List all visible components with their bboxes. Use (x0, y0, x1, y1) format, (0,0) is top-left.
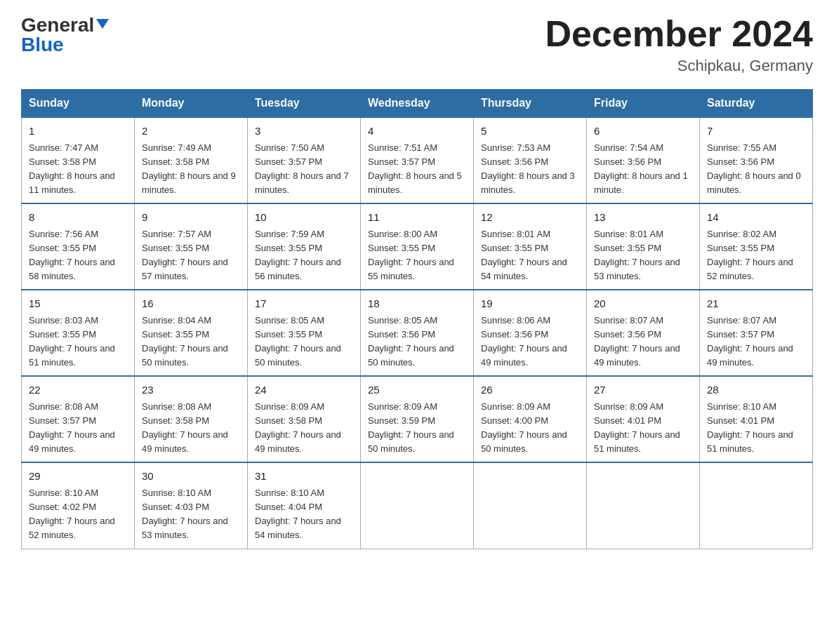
day-number: 22 (29, 382, 127, 398)
weekday-header-monday: Monday (135, 90, 248, 118)
day-info: Sunrise: 8:09 AMSunset: 3:58 PMDaylight:… (255, 400, 353, 457)
calendar-cell: 14Sunrise: 8:02 AMSunset: 3:55 PMDayligh… (700, 203, 813, 290)
day-number: 14 (707, 210, 805, 226)
calendar-cell: 5Sunrise: 7:53 AMSunset: 3:56 PMDaylight… (474, 117, 587, 203)
calendar-table: SundayMondayTuesdayWednesdayThursdayFrid… (21, 89, 813, 549)
day-number: 6 (594, 123, 692, 140)
weekday-header-tuesday: Tuesday (248, 90, 361, 118)
calendar-cell: 15Sunrise: 8:03 AMSunset: 3:55 PMDayligh… (22, 290, 135, 376)
day-number: 8 (29, 210, 127, 226)
day-number: 21 (707, 296, 805, 312)
calendar-cell: 4Sunrise: 7:51 AMSunset: 3:57 PMDaylight… (361, 117, 474, 203)
day-number: 27 (594, 382, 692, 398)
calendar-cell (587, 462, 700, 549)
calendar-cell: 17Sunrise: 8:05 AMSunset: 3:55 PMDayligh… (248, 290, 361, 376)
day-info: Sunrise: 8:05 AMSunset: 3:55 PMDaylight:… (255, 314, 353, 370)
calendar-cell: 30Sunrise: 8:10 AMSunset: 4:03 PMDayligh… (135, 462, 248, 549)
calendar-cell: 19Sunrise: 8:06 AMSunset: 3:56 PMDayligh… (474, 290, 587, 376)
location: Schipkau, Germany (545, 57, 813, 75)
day-number: 30 (142, 469, 240, 485)
day-info: Sunrise: 8:10 AMSunset: 4:01 PMDaylight:… (707, 400, 805, 457)
day-number: 16 (142, 296, 240, 312)
day-number: 3 (255, 123, 353, 140)
day-number: 15 (29, 296, 127, 312)
calendar-cell: 27Sunrise: 8:09 AMSunset: 4:01 PMDayligh… (587, 376, 700, 462)
day-number: 12 (481, 210, 579, 226)
weekday-header-row: SundayMondayTuesdayWednesdayThursdayFrid… (22, 90, 813, 118)
calendar-cell: 31Sunrise: 8:10 AMSunset: 4:04 PMDayligh… (248, 462, 361, 549)
day-info: Sunrise: 8:01 AMSunset: 3:55 PMDaylight:… (594, 227, 692, 284)
weekday-header-wednesday: Wednesday (361, 90, 474, 118)
calendar-cell: 11Sunrise: 8:00 AMSunset: 3:55 PMDayligh… (361, 203, 474, 290)
day-number: 28 (707, 382, 805, 398)
day-info: Sunrise: 8:07 AMSunset: 3:56 PMDaylight:… (594, 314, 692, 370)
day-number: 7 (707, 123, 805, 140)
day-info: Sunrise: 8:01 AMSunset: 3:55 PMDaylight:… (481, 227, 579, 284)
day-info: Sunrise: 8:09 AMSunset: 3:59 PMDaylight:… (368, 400, 466, 457)
calendar-cell: 8Sunrise: 7:56 AMSunset: 3:55 PMDaylight… (22, 203, 135, 290)
day-info: Sunrise: 7:47 AMSunset: 3:58 PMDaylight:… (29, 141, 127, 198)
day-info: Sunrise: 8:09 AMSunset: 4:01 PMDaylight:… (594, 400, 692, 457)
day-info: Sunrise: 7:55 AMSunset: 3:56 PMDaylight:… (707, 141, 805, 198)
day-number: 20 (594, 296, 692, 312)
day-info: Sunrise: 8:02 AMSunset: 3:55 PMDaylight:… (707, 227, 805, 284)
weekday-header-sunday: Sunday (22, 90, 135, 118)
calendar-cell: 21Sunrise: 8:07 AMSunset: 3:57 PMDayligh… (700, 290, 813, 376)
day-info: Sunrise: 8:10 AMSunset: 4:02 PMDaylight:… (29, 486, 127, 543)
day-number: 9 (142, 210, 240, 226)
day-info: Sunrise: 8:04 AMSunset: 3:55 PMDaylight:… (142, 314, 240, 370)
day-info: Sunrise: 8:05 AMSunset: 3:56 PMDaylight:… (368, 314, 466, 370)
day-number: 13 (594, 210, 692, 226)
day-info: Sunrise: 8:07 AMSunset: 3:57 PMDaylight:… (707, 314, 805, 370)
day-info: Sunrise: 8:09 AMSunset: 4:00 PMDaylight:… (481, 400, 579, 457)
week-row-3: 15Sunrise: 8:03 AMSunset: 3:55 PMDayligh… (22, 290, 813, 376)
calendar-cell: 23Sunrise: 8:08 AMSunset: 3:58 PMDayligh… (135, 376, 248, 462)
week-row-5: 29Sunrise: 8:10 AMSunset: 4:02 PMDayligh… (22, 462, 813, 549)
day-number: 5 (481, 123, 579, 140)
day-info: Sunrise: 7:53 AMSunset: 3:56 PMDaylight:… (481, 141, 579, 198)
day-info: Sunrise: 7:50 AMSunset: 3:57 PMDaylight:… (255, 141, 353, 198)
day-number: 1 (29, 123, 127, 140)
calendar-cell: 10Sunrise: 7:59 AMSunset: 3:55 PMDayligh… (248, 203, 361, 290)
calendar-cell: 22Sunrise: 8:08 AMSunset: 3:57 PMDayligh… (22, 376, 135, 462)
day-info: Sunrise: 8:10 AMSunset: 4:04 PMDaylight:… (255, 486, 353, 543)
calendar-cell (361, 462, 474, 549)
calendar-cell (700, 462, 813, 549)
logo-triangle-icon (96, 19, 109, 29)
calendar-cell: 6Sunrise: 7:54 AMSunset: 3:56 PMDaylight… (587, 117, 700, 203)
header: General Blue December 2024 Schipkau, Ger… (21, 14, 813, 75)
logo: General Blue (21, 14, 109, 56)
calendar-cell: 24Sunrise: 8:09 AMSunset: 3:58 PMDayligh… (248, 376, 361, 462)
day-info: Sunrise: 7:51 AMSunset: 3:57 PMDaylight:… (368, 141, 466, 198)
logo-blue-text: Blue (21, 34, 64, 56)
week-row-1: 1Sunrise: 7:47 AMSunset: 3:58 PMDaylight… (22, 117, 813, 203)
calendar-cell: 1Sunrise: 7:47 AMSunset: 3:58 PMDaylight… (22, 117, 135, 203)
calendar-cell: 13Sunrise: 8:01 AMSunset: 3:55 PMDayligh… (587, 203, 700, 290)
day-number: 17 (255, 296, 353, 312)
day-number: 29 (29, 469, 127, 485)
day-number: 25 (368, 382, 466, 398)
day-info: Sunrise: 8:06 AMSunset: 3:56 PMDaylight:… (481, 314, 579, 370)
day-info: Sunrise: 7:59 AMSunset: 3:55 PMDaylight:… (255, 227, 353, 284)
calendar-cell: 2Sunrise: 7:49 AMSunset: 3:58 PMDaylight… (135, 117, 248, 203)
day-info: Sunrise: 7:56 AMSunset: 3:55 PMDaylight:… (29, 227, 127, 284)
day-info: Sunrise: 8:00 AMSunset: 3:55 PMDaylight:… (368, 227, 466, 284)
day-number: 24 (255, 382, 353, 398)
calendar-cell: 16Sunrise: 8:04 AMSunset: 3:55 PMDayligh… (135, 290, 248, 376)
day-info: Sunrise: 7:57 AMSunset: 3:55 PMDaylight:… (142, 227, 240, 284)
calendar-cell: 25Sunrise: 8:09 AMSunset: 3:59 PMDayligh… (361, 376, 474, 462)
day-info: Sunrise: 8:08 AMSunset: 3:58 PMDaylight:… (142, 400, 240, 457)
calendar-cell: 28Sunrise: 8:10 AMSunset: 4:01 PMDayligh… (700, 376, 813, 462)
calendar-cell: 20Sunrise: 8:07 AMSunset: 3:56 PMDayligh… (587, 290, 700, 376)
weekday-header-thursday: Thursday (474, 90, 587, 118)
day-number: 19 (481, 296, 579, 312)
calendar-cell: 12Sunrise: 8:01 AMSunset: 3:55 PMDayligh… (474, 203, 587, 290)
calendar-cell: 18Sunrise: 8:05 AMSunset: 3:56 PMDayligh… (361, 290, 474, 376)
day-number: 18 (368, 296, 466, 312)
day-info: Sunrise: 8:10 AMSunset: 4:03 PMDaylight:… (142, 486, 240, 543)
day-info: Sunrise: 7:54 AMSunset: 3:56 PMDaylight:… (594, 141, 692, 198)
calendar-cell: 29Sunrise: 8:10 AMSunset: 4:02 PMDayligh… (22, 462, 135, 549)
calendar-cell: 7Sunrise: 7:55 AMSunset: 3:56 PMDaylight… (700, 117, 813, 203)
day-number: 10 (255, 210, 353, 226)
calendar-cell: 9Sunrise: 7:57 AMSunset: 3:55 PMDaylight… (135, 203, 248, 290)
